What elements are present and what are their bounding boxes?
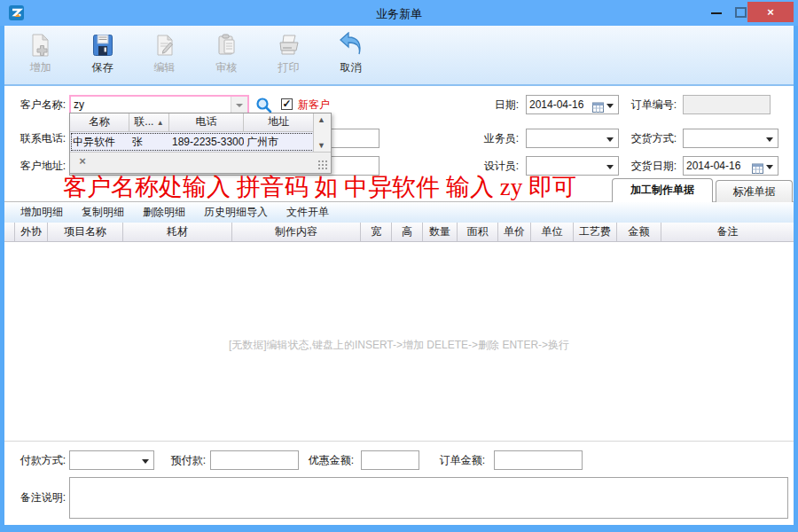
calendar-icon bbox=[752, 161, 763, 172]
clear-filter-icon[interactable]: × bbox=[76, 155, 89, 168]
grid-header-content[interactable]: 制作内容 bbox=[232, 223, 361, 241]
dropdown-column-contact[interactable]: 联... ▲ bbox=[129, 113, 169, 131]
maximize-button[interactable] bbox=[735, 7, 747, 18]
grid-header-unit[interactable]: 单位 bbox=[531, 223, 574, 241]
toolbar-button-label: 取消 bbox=[324, 60, 378, 75]
prepaid-input[interactable] bbox=[210, 450, 299, 470]
tab-standard-order[interactable]: 标准单据 bbox=[716, 180, 793, 202]
chevron-down-icon[interactable] bbox=[766, 165, 773, 169]
result-address-cell: 广州市 bbox=[244, 132, 313, 152]
history-import-button[interactable]: 历史明细导入 bbox=[204, 205, 268, 220]
remark-label: 备注说明: bbox=[6, 488, 66, 507]
order-no-input[interactable] bbox=[683, 95, 771, 114]
prepaid-label: 预付款: bbox=[157, 450, 206, 470]
payment-method-combo[interactable] bbox=[69, 450, 154, 470]
check-icon: ✓ bbox=[282, 98, 291, 110]
dropdown-column-address[interactable]: 地址 bbox=[244, 113, 313, 131]
grid-header-note[interactable]: 备注 bbox=[661, 223, 794, 241]
save-button[interactable]: 保存 bbox=[75, 30, 129, 75]
copy-detail-button[interactable]: 复制明细 bbox=[82, 205, 124, 220]
grid-header-amount[interactable]: 金额 bbox=[617, 223, 661, 241]
new-customer-checkbox[interactable]: ✓ bbox=[281, 98, 293, 110]
dropdown-column-name[interactable]: 名称 bbox=[70, 113, 129, 131]
detail-grid-body[interactable]: [无数据]编辑状态,键盘上的INSERT->增加 DELETE->删除 ENTE… bbox=[4, 242, 794, 441]
print-button[interactable]: 打印 bbox=[262, 30, 316, 75]
file-order-button[interactable]: 文件开单 bbox=[286, 205, 329, 220]
grid-header-indicator bbox=[4, 223, 15, 241]
add-document-icon bbox=[13, 30, 67, 59]
scroll-down-icon[interactable]: ▼ bbox=[317, 141, 325, 150]
customer-address-label: 客户地址: bbox=[6, 156, 66, 176]
grid-empty-state-text: [无数据]编辑状态,键盘上的INSERT->增加 DELETE->删除 ENTE… bbox=[4, 338, 794, 353]
pinyin-hint-annotation: 客户名称处输入 拼音码 如 中异软件 输入 zy 即可 bbox=[63, 171, 576, 203]
grid-header-unit-price[interactable]: 单价 bbox=[498, 223, 531, 241]
chevron-down-icon[interactable] bbox=[606, 165, 614, 169]
chevron-down-icon[interactable] bbox=[142, 459, 149, 464]
date-input[interactable]: 2014-04-16 bbox=[526, 95, 619, 114]
discount-input[interactable] bbox=[361, 450, 419, 470]
toolbar-button-label: 审核 bbox=[200, 60, 254, 75]
salesman-label: 业务员: bbox=[430, 129, 519, 148]
contact-phone-label: 联系电话: bbox=[6, 129, 66, 148]
delivery-date-value: 2014-04-16 bbox=[686, 160, 740, 172]
tab-processing-order[interactable]: 加工制作单据 bbox=[612, 178, 713, 202]
dropdown-header-row: 名称 联... ▲ 电话 地址 bbox=[70, 113, 331, 132]
toolbar-button-label: 增加 bbox=[13, 60, 67, 75]
toolbar-button-label: 打印 bbox=[262, 60, 316, 75]
minimize-button[interactable] bbox=[711, 12, 722, 14]
grid-header-area[interactable]: 面积 bbox=[458, 223, 498, 241]
delete-detail-button[interactable]: 删除明细 bbox=[143, 205, 185, 220]
discount-label: 优惠金额: bbox=[295, 450, 354, 470]
remark-textarea[interactable] bbox=[69, 477, 788, 519]
scroll-up-icon[interactable]: ▲ bbox=[317, 115, 325, 124]
cancel-button[interactable]: 取消 bbox=[324, 30, 378, 75]
chevron-down-icon[interactable] bbox=[766, 137, 773, 142]
add-button[interactable]: 增加 bbox=[13, 30, 67, 75]
order-total-label: 订单金额: bbox=[432, 450, 485, 470]
grid-header-material[interactable]: 耗材 bbox=[123, 223, 232, 241]
edit-document-icon bbox=[137, 30, 192, 59]
chevron-down-icon[interactable] bbox=[606, 137, 614, 142]
add-detail-button[interactable]: 增加明细 bbox=[20, 205, 63, 220]
customer-name-label: 客户名称: bbox=[6, 95, 66, 114]
grid-header-width[interactable]: 宽 bbox=[361, 223, 392, 241]
title-bar: 业务新单 × bbox=[0, 0, 798, 26]
customer-name-dropdown-button[interactable] bbox=[231, 97, 247, 113]
grid-header-craft-fee[interactable]: 工艺费 bbox=[574, 223, 617, 241]
audit-clipboard-icon bbox=[200, 30, 254, 59]
client-area: 增加 保存 bbox=[4, 26, 794, 525]
new-customer-label: 新客户 bbox=[298, 95, 330, 114]
detail-toolbar: 增加明细 复制明细 删除明细 历史明细导入 文件开单 bbox=[4, 201, 794, 223]
search-icon[interactable] bbox=[255, 97, 272, 113]
close-button[interactable]: × bbox=[747, 2, 794, 22]
toolbar-button-label: 编辑 bbox=[137, 60, 192, 75]
dropdown-result-row[interactable]: 中异软件 张 189-2235-3300 广州市 bbox=[70, 132, 331, 152]
footer-divider bbox=[4, 441, 794, 442]
dropdown-scrollbar[interactable]: ▲ ▼ bbox=[313, 113, 331, 152]
order-total-input[interactable] bbox=[494, 450, 583, 470]
result-phone-cell: 189-2235-3300 bbox=[169, 132, 244, 152]
date-label: 日期: bbox=[430, 95, 519, 114]
resize-grip[interactable] bbox=[317, 160, 328, 170]
window-title: 业务新单 bbox=[0, 6, 798, 22]
delivery-date-input[interactable]: 2014-04-16 bbox=[683, 156, 778, 176]
customer-lookup-dropdown: 名称 联... ▲ 电话 地址 中异软件 张 189-2235-3300 广州市… bbox=[69, 113, 332, 174]
result-contact-cell: 张 bbox=[129, 132, 169, 152]
edit-button[interactable]: 编辑 bbox=[137, 30, 192, 75]
grid-header-quantity[interactable]: 数量 bbox=[423, 223, 458, 241]
audit-button[interactable]: 审核 bbox=[200, 30, 254, 75]
grid-header-height[interactable]: 高 bbox=[392, 223, 423, 241]
grid-header-outsource[interactable]: 外协 bbox=[15, 223, 48, 241]
delivery-method-combo[interactable] bbox=[683, 129, 778, 148]
salesman-combo[interactable] bbox=[526, 129, 619, 148]
dropdown-footer: × bbox=[70, 152, 331, 173]
date-value: 2014-04-16 bbox=[529, 98, 583, 111]
chevron-down-icon[interactable] bbox=[606, 104, 614, 108]
toolbar-button-label: 保存 bbox=[75, 60, 129, 75]
dropdown-column-phone[interactable]: 电话 bbox=[169, 113, 244, 131]
payment-method-label: 付款方式: bbox=[6, 450, 66, 470]
printer-icon bbox=[262, 30, 316, 59]
save-floppy-icon bbox=[75, 30, 129, 59]
grid-header-project[interactable]: 项目名称 bbox=[48, 223, 123, 241]
delivery-date-label: 交货日期: bbox=[621, 156, 677, 176]
